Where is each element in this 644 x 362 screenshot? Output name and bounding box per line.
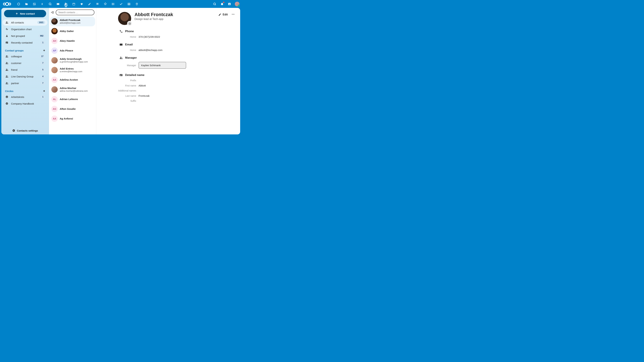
contact-name: Adina Mochar [60, 87, 88, 90]
nav-label: Organization chart [11, 28, 45, 31]
group-item-line-dancing[interactable]: Line Dancing Group 4 [3, 73, 48, 80]
nav-count: 1021 [37, 21, 45, 24]
add-group-button[interactable]: + [43, 49, 45, 52]
contact-item[interactable]: AH Abey Hawtin [50, 36, 95, 46]
group-item-partner[interactable]: partner 7 [3, 80, 48, 86]
svg-point-45 [234, 14, 234, 14]
detail-subtitle: Design lead at Tech-app [134, 17, 215, 21]
svg-point-38 [6, 102, 8, 105]
nav-all-contacts[interactable]: All contacts 1021 [3, 19, 48, 26]
svg-point-36 [6, 96, 7, 97]
maps-icon[interactable] [133, 0, 140, 8]
search-input[interactable] [56, 9, 94, 15]
circle-label: Company Handbook [11, 102, 45, 105]
photos-icon[interactable] [30, 0, 38, 8]
nextcloud-logo[interactable] [2, 2, 12, 6]
circle-item-company-handbook[interactable]: Company Handbook [3, 100, 48, 107]
pencil-icon [218, 13, 221, 16]
group-item-customer[interactable]: customer 7 [3, 60, 48, 66]
section-contact-groups: Contact groups + [3, 46, 48, 53]
manager-icon [118, 56, 123, 59]
new-contact-button[interactable]: New contact [4, 10, 46, 17]
nav-recently-contacted[interactable]: Recently contacted 1 [3, 39, 48, 46]
field-value: abbott@techapp.com [138, 49, 162, 51]
notes-icon[interactable] [86, 0, 93, 8]
contacts-icon[interactable] [62, 0, 70, 8]
deck-icon[interactable] [94, 0, 101, 8]
nav-org-chart[interactable]: Organization chart [3, 26, 48, 32]
svg-point-20 [6, 35, 7, 36]
bookmarks-icon[interactable] [102, 0, 109, 8]
contact-item[interactable]: AG Afton Goudie [50, 104, 95, 114]
favorites-icon[interactable] [78, 0, 85, 8]
group-item-friend[interactable]: friend 5 [3, 66, 48, 73]
contact-item[interactable]: AL Adrian Lelievre [50, 94, 95, 104]
field-label: Suffix [118, 99, 138, 102]
list-icon[interactable] [109, 0, 117, 8]
svg-point-46 [120, 57, 121, 58]
detail-avatar[interactable] [118, 12, 131, 25]
detail-actions: Edit [218, 12, 235, 16]
group-label: partner [11, 82, 38, 85]
people-icon [5, 68, 9, 71]
group-item-colleague[interactable]: colleague 17 [3, 53, 48, 59]
edit-button[interactable]: Edit [218, 13, 228, 16]
sidebar: New contact All contacts 1021 Organizati… [1, 8, 49, 134]
svg-point-37 [7, 96, 8, 97]
activity-icon[interactable] [38, 0, 46, 8]
notifications-icon[interactable] [220, 2, 224, 6]
nav-list: All contacts 1021 Organization chart Not… [3, 19, 48, 46]
group-count: 5 [40, 68, 45, 71]
manager-select[interactable]: Kaylee Schimank [138, 62, 186, 69]
svg-point-0 [3, 3, 5, 5]
contact-detail: Abbott Frontczak Design lead at Tech-app… [96, 8, 240, 134]
contact-item[interactable]: AA Adelina Axston [50, 75, 95, 85]
svg-rect-9 [72, 3, 75, 5]
phone-icon [118, 30, 123, 33]
dashboard-icon[interactable] [15, 0, 22, 8]
section-title: Phone [125, 30, 134, 33]
contacts-menu-icon[interactable] [228, 2, 232, 6]
contact-item[interactable]: Adel Entres a.entres@techapp.com [50, 65, 95, 75]
add-circle-button[interactable]: + [43, 89, 45, 93]
circle-label: Arbeitskreis [11, 95, 38, 98]
search-icon[interactable] [213, 2, 217, 6]
section-title: Email [125, 43, 133, 46]
field-label: Manager [118, 64, 138, 67]
nav-label: All contacts [11, 21, 35, 24]
calendar-icon[interactable] [70, 0, 78, 8]
people-icon [5, 75, 9, 78]
contact-item[interactable]: AP Ada Pleace [50, 46, 95, 55]
contacts-settings-button[interactable]: Contacts settings [3, 127, 48, 133]
contact-avatar: AH [51, 38, 58, 44]
contact-item[interactable]: Addy Greenhough a.greenhough@techapp.com [50, 55, 95, 65]
search-app-icon[interactable] [46, 0, 54, 8]
user-menu[interactable] [235, 2, 240, 6]
collapse-sidebar-button[interactable] [51, 10, 54, 14]
contact-item[interactable]: Adina Mochar adina.mochar@sobrana.com [50, 85, 95, 94]
nav-not-grouped[interactable]: Not grouped 982 [3, 33, 48, 39]
group-count: 4 [40, 75, 45, 78]
contact-avatar: AG [51, 106, 58, 112]
svg-point-2 [9, 3, 11, 5]
files-icon[interactable] [23, 0, 30, 8]
contact-avatar: AL [51, 96, 58, 102]
tasks-icon[interactable] [117, 0, 125, 8]
field-label: Home [118, 35, 138, 38]
manager-value: Kaylee Schimank [141, 64, 161, 67]
contact-subtitle: abbott@techapp.com [60, 22, 80, 24]
contact-item[interactable]: Abbott Frontczak abbott@techapp.com [50, 16, 95, 26]
contact-item[interactable]: Abby Galier [50, 26, 95, 36]
contact-item[interactable]: AA Ag Anfonsi [50, 114, 95, 123]
gear-icon [12, 129, 15, 132]
choose-photo-button[interactable] [128, 21, 132, 26]
mail-icon[interactable] [54, 0, 62, 8]
more-actions-button[interactable] [232, 12, 235, 16]
contact-avatar: AA [51, 77, 58, 83]
section-detailed-name: Detailed name Prefix First nameAbbott Ad… [118, 73, 235, 102]
svg-point-11 [112, 4, 112, 4]
circle-item-arbeitskreis[interactable]: Arbeitskreis 1 [3, 94, 48, 100]
svg-rect-23 [7, 42, 8, 42]
svg-point-17 [229, 3, 230, 4]
tables-icon[interactable] [125, 0, 133, 8]
